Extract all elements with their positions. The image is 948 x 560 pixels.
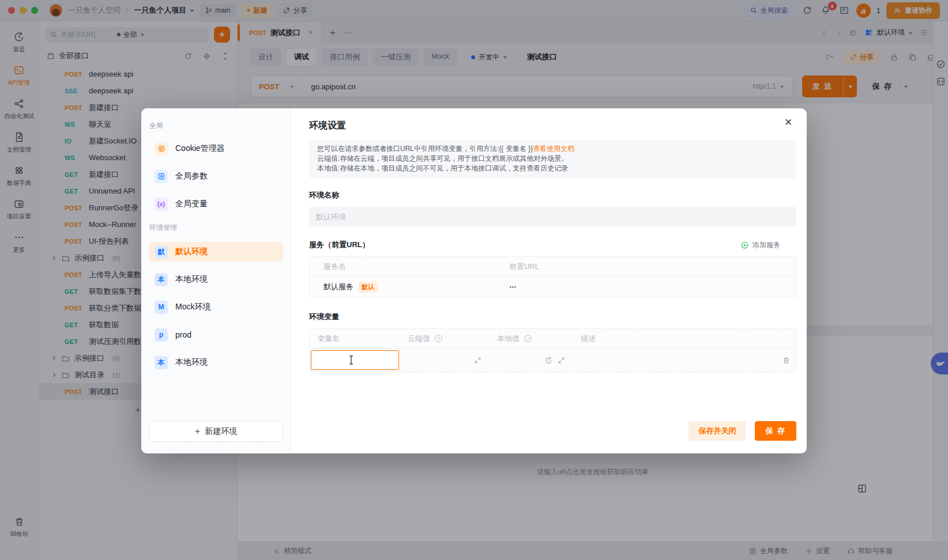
environment-settings-modal: 全局 Cookie管理器 全局参数 {x} 全局变量 环境管理: [141, 108, 807, 453]
env-abbr-badge: 默: [155, 245, 168, 259]
modal-nav: 全局 Cookie管理器 全局参数 {x} 全局变量 环境管理: [141, 108, 291, 453]
local-value-help-icon[interactable]: ?: [524, 335, 532, 342]
service-table-header: 服务名 前置URL: [310, 257, 796, 277]
env-name: 本地环境: [175, 357, 208, 368]
service-header: 服务（前置URL） 添加服务: [309, 240, 796, 250]
cloud-value-cell: [400, 349, 490, 372]
env-name-label: 环境名称: [309, 190, 796, 200]
env-name: Mock环境: [175, 302, 210, 312]
global-variables-icon: {x}: [155, 198, 168, 211]
service-table: 服务名 前置URL 默认服务 默认 ⋯: [309, 256, 796, 298]
environment-list-item[interactable]: 默 默认环境: [149, 242, 283, 262]
service-label: 服务（前置URL）: [309, 240, 370, 250]
service-table-row[interactable]: 默认服务 默认 ⋯: [310, 277, 796, 297]
modal-body: 环境设置 ✕ 您可以在请求参数或者接口URL中引用环境变量，引用方法:{{ 变量…: [291, 108, 807, 453]
variable-row: [310, 349, 796, 372]
env-name-field[interactable]: [309, 207, 796, 226]
env-abbr-badge: 本: [155, 273, 168, 286]
env-name-input[interactable]: [316, 213, 789, 221]
env-name: 本地环境: [175, 274, 208, 285]
new-environment-button[interactable]: + 新建环境: [149, 421, 283, 442]
delete-row-icon[interactable]: [783, 357, 790, 364]
modal-save-button[interactable]: 保 存: [755, 421, 796, 441]
env-tips: 您可以在请求参数或者接口URL中引用环境变量，引用方法:{{ 变量名 }}查看使…: [309, 140, 796, 178]
modal-title: 环境设置: [309, 120, 796, 132]
variables-table: 变量名 云端值? 本地值? 描述: [309, 328, 796, 372]
section-global: 全局: [141, 121, 291, 131]
env-abbr-badge: p: [155, 328, 168, 342]
nav-item-global-params[interactable]: 全局参数: [149, 168, 283, 185]
description-cell[interactable]: [573, 349, 772, 372]
env-name: prod: [175, 330, 191, 339]
section-env-management: 环境管理: [141, 223, 291, 233]
docs-link[interactable]: 查看使用文档: [533, 145, 574, 153]
service-name: 默认服务: [323, 282, 353, 292]
cookie-icon: [155, 142, 168, 156]
plus-circle-icon: [740, 241, 749, 249]
row-actions: [772, 349, 796, 372]
environment-list-item[interactable]: 本 本地环境: [149, 353, 283, 372]
variables-table-header: 变量名 云端值? 本地值? 描述: [310, 329, 796, 349]
env-abbr-badge: 本: [155, 356, 168, 369]
environment-list: 默 默认环境 本 本地环境 M Mock环境 p prod 本 本地环境: [141, 242, 291, 372]
modal-footer: 保存并关闭 保 存: [689, 421, 796, 441]
text-cursor-icon: [348, 355, 354, 365]
nav-item-cookie-manager[interactable]: Cookie管理器: [149, 140, 283, 157]
apipost-app: 一只鱼个人空间 / 一只鱼个人项目 main + 新建 分享 全局搜索 8: [0, 0, 948, 560]
cloud-value-help-icon[interactable]: ?: [435, 335, 442, 342]
save-and-close-button[interactable]: 保存并关闭: [689, 421, 746, 441]
local-value-cell: [490, 349, 573, 372]
default-tag: 默认: [358, 282, 378, 293]
environment-list-item[interactable]: 本 本地环境: [149, 270, 283, 289]
nav-item-global-variables[interactable]: {x} 全局变量: [149, 195, 283, 213]
env-name: 默认环境: [175, 247, 208, 257]
global-params-icon: [155, 170, 168, 183]
variables-label: 环境变量: [309, 312, 796, 322]
expand-icon[interactable]: [474, 357, 481, 364]
expand-icon[interactable]: [558, 357, 565, 364]
variable-name-input[interactable]: [311, 350, 399, 370]
plus-icon: +: [195, 426, 200, 437]
environment-list-item[interactable]: p prod: [149, 325, 283, 345]
close-modal-button[interactable]: ✕: [781, 115, 795, 129]
environment-list-item[interactable]: M Mock环境: [149, 297, 283, 317]
add-service-button[interactable]: 添加服务: [740, 240, 780, 250]
service-url-ellipsis[interactable]: ⋯: [509, 283, 517, 292]
env-abbr-badge: M: [155, 301, 168, 314]
history-icon[interactable]: [545, 357, 552, 364]
